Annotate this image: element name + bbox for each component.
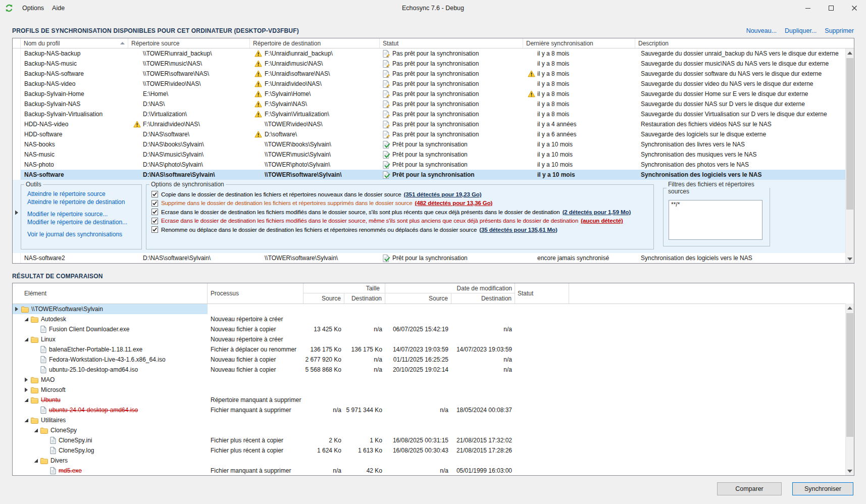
profile-row[interactable]: Backup-Sylvain-HomeE:\Home\F:\Sylvain\Ho… xyxy=(13,89,845,99)
expanded-icon[interactable] xyxy=(24,398,31,402)
profile-row[interactable]: HDD-softwareD:\NAS\software\D:\software\… xyxy=(13,129,845,139)
checked-checkbox[interactable] xyxy=(151,200,158,207)
profiles-scrollbar[interactable] xyxy=(845,48,854,263)
profile-row[interactable]: Backup-Sylvain-NASD:\NAS\F:\Sylvain\NAS\… xyxy=(13,99,845,109)
comparison-row[interactable]: ubuntu-25.10-desktop-amd64.isoNouveau fi… xyxy=(13,365,845,375)
column-header-statut[interactable]: Statut xyxy=(515,283,569,304)
scrollbar-thumb[interactable] xyxy=(846,313,853,437)
scrollbar-track[interactable] xyxy=(846,312,854,467)
expanded-icon[interactable] xyxy=(24,418,31,423)
comparison-row[interactable]: \\TOWER\software\Sylvain xyxy=(13,304,845,314)
profile-name: Backup-Sylvain-Home xyxy=(24,90,84,97)
expanded-icon[interactable] xyxy=(24,337,31,342)
scroll-up-icon[interactable] xyxy=(846,304,854,312)
expanded-icon[interactable] xyxy=(34,428,40,433)
column-header-taille[interactable]: Taille xyxy=(303,283,385,293)
collapsed-icon[interactable] xyxy=(24,387,31,392)
scrollbar-track[interactable] xyxy=(846,57,854,255)
scroll-up-icon[interactable] xyxy=(846,48,854,57)
edit-destination-link[interactable]: Modifier le répertoire de destination... xyxy=(27,218,141,226)
new-profile-link[interactable]: Nouveau... xyxy=(746,27,777,34)
column-header-date-modification[interactable]: Date de modification xyxy=(385,283,515,293)
comparison-row[interactable]: MAO xyxy=(13,375,845,385)
menu-options[interactable]: Options xyxy=(18,3,48,14)
description-label: Synchronisation des livres vers le NAS xyxy=(641,141,745,148)
maximize-button[interactable] xyxy=(820,0,843,16)
comparison-row[interactable]: ubuntu-24.04-desktop-amd64.isoFichier ma… xyxy=(13,405,845,415)
detected-count-link[interactable]: (aucun détecté) xyxy=(581,218,623,224)
synchronize-button[interactable]: Synchroniser xyxy=(792,482,853,495)
comparison-row[interactable]: Microsoft xyxy=(13,385,845,395)
checked-checkbox[interactable] xyxy=(151,218,158,224)
minimize-icon xyxy=(805,6,810,11)
column-header-element[interactable]: Elément xyxy=(13,283,208,304)
detected-count-link[interactable]: (2 détectés pour 1,59 Mo) xyxy=(563,209,631,215)
detected-count-link[interactable]: (35 détectés pour 135,61 Mo) xyxy=(479,227,557,233)
column-header-last-sync[interactable]: Dernière synchronisation xyxy=(523,38,635,48)
goto-destination-link[interactable]: Atteindre le répertoire de destination xyxy=(27,198,141,206)
comparison-row[interactable]: AutodeskNouveau répertoire à créer xyxy=(13,314,845,324)
comparison-row[interactable]: Divers xyxy=(13,456,845,466)
collapsed-icon[interactable] xyxy=(15,307,21,312)
comparison-row[interactable]: md5.exeFichier manquant à supprimern/a42… xyxy=(13,466,845,476)
profile-row[interactable]: NAS-booksD:\NAS\books\Sylvain\\\TOWER\bo… xyxy=(13,139,845,149)
comparison-row[interactable]: balenaEtcher-Portable-1.18.11.exeFichier… xyxy=(13,344,845,355)
minimize-button[interactable] xyxy=(796,0,820,16)
scroll-down-icon[interactable] xyxy=(846,467,854,475)
view-sync-log-link[interactable]: Voir le journal des synchronisations xyxy=(27,230,141,238)
profile-row[interactable]: Backup-NAS-software\\TOWER\software\NAS\… xyxy=(13,69,845,79)
menu-bar: Options Aide xyxy=(18,3,69,14)
column-header-status[interactable]: Statut xyxy=(380,38,523,48)
profile-row[interactable]: NAS-software2D:\NAS\software\Sylvain\\\T… xyxy=(13,253,845,263)
comparison-row[interactable]: UbuntuRépertoire manquant à supprimer xyxy=(13,395,845,405)
column-header-date-destination[interactable]: Destination xyxy=(451,293,515,304)
comparison-row[interactable]: CloneSpy.logFichier plus récent à copier… xyxy=(13,445,845,456)
column-header-taille-source[interactable]: Source xyxy=(303,293,344,304)
column-header-profile-name[interactable]: Nom du profil xyxy=(21,38,128,48)
comparison-row[interactable]: LinuxNouveau répertoire à créer xyxy=(13,334,845,344)
comparison-row[interactable]: Fusion Client Downloader.exeNouveau fich… xyxy=(13,324,845,334)
row-gutter xyxy=(13,170,21,180)
profile-row[interactable]: NAS-photoD:\NAS\photo\Sylvain\\\TOWER\ph… xyxy=(13,160,845,170)
expanded-icon[interactable] xyxy=(24,317,31,322)
profile-row[interactable]: Backup-NAS-music\\TOWER\music\NAS\F:\Unr… xyxy=(13,59,845,69)
checked-checkbox[interactable] xyxy=(151,191,158,197)
comparison-row[interactable]: CloneSpy xyxy=(13,425,845,435)
detected-count-link[interactable]: (482 détectés pour 13,36 Go) xyxy=(415,200,493,206)
column-header-label: Date de modification xyxy=(457,285,512,292)
compare-button[interactable]: Comparer xyxy=(717,482,782,495)
column-header-processus[interactable]: Processus xyxy=(208,283,303,304)
edit-source-link[interactable]: Modifier le répertoire source... xyxy=(27,210,141,218)
scroll-down-icon[interactable] xyxy=(846,255,854,263)
comparison-row[interactable]: CloneSpy.iniFichier plus récent à copier… xyxy=(13,435,845,445)
column-header-source-directory[interactable]: Répertoire source xyxy=(128,38,250,48)
profile-row[interactable]: HDD-NAS-videoF:\Unraid\video\NAS\\\TOWER… xyxy=(13,119,845,129)
expanded-icon[interactable] xyxy=(34,459,40,463)
checked-checkbox[interactable] xyxy=(151,226,158,233)
profile-row[interactable]: NAS-softwareD:\NAS\software\Sylvain\\\TO… xyxy=(13,170,845,180)
checked-checkbox[interactable] xyxy=(151,209,158,215)
profile-row[interactable]: Backup-NAS-backup\\TOWER\unraid_backup\F… xyxy=(13,48,845,59)
duplicate-profile-link[interactable]: Dupliquer... xyxy=(785,27,817,34)
comparison-scrollbar[interactable] xyxy=(845,304,854,475)
profile-details-panel: OutilsAtteindre le répertoire sourceAtte… xyxy=(13,180,845,253)
comparison-row[interactable]: Fedora-Workstation-Live-43-1.6.x86_64.is… xyxy=(13,355,845,365)
scrollbar-thumb[interactable] xyxy=(846,58,853,210)
column-header-destination-directory[interactable]: Répertoire de destination xyxy=(250,38,380,48)
menu-aide[interactable]: Aide xyxy=(48,3,69,14)
profile-row[interactable]: Backup-NAS-video\\TOWER\video\NAS\F:\Unr… xyxy=(13,79,845,89)
delete-profile-link[interactable]: Supprimer xyxy=(825,27,854,34)
close-button[interactable] xyxy=(843,0,866,16)
detected-count-link[interactable]: (351 détectés pour 19,23 Go) xyxy=(404,191,482,197)
source-filters-input[interactable]: **/* xyxy=(669,200,762,240)
profile-row[interactable]: NAS-musicD:\NAS\music\Sylvain\\\TOWER\mu… xyxy=(13,149,845,160)
column-header-date-source[interactable]: Source xyxy=(385,293,451,304)
profile-name: Backup-NAS-backup xyxy=(24,50,80,57)
collapsed-icon[interactable] xyxy=(24,377,31,382)
column-header-label: Statut xyxy=(518,290,533,297)
profile-row[interactable]: Backup-Sylvain-VirtualisationD:\Virtuali… xyxy=(13,109,845,119)
column-header-description[interactable]: Description xyxy=(635,38,854,48)
column-header-taille-destination[interactable]: Destination xyxy=(344,293,385,304)
comparison-row[interactable]: Utilitaires xyxy=(13,415,845,425)
goto-source-link[interactable]: Atteindre le répertoire source xyxy=(27,190,141,198)
